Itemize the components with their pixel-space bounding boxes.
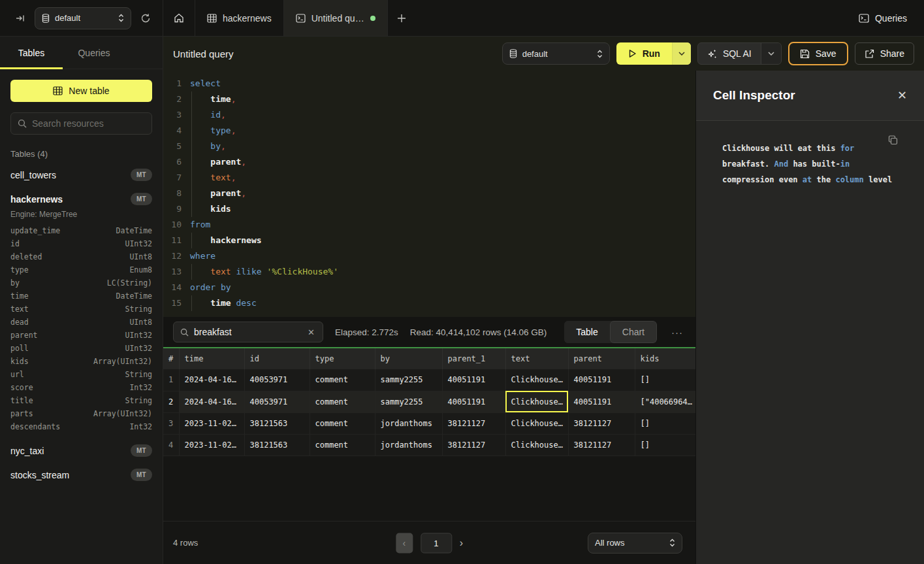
view-tab-chart[interactable]: Chart [610, 321, 657, 343]
row-number-cell[interactable]: 2 [163, 391, 179, 412]
table-cell[interactable]: 40051191 [568, 391, 635, 412]
table-list-item-nyc_taxi[interactable]: nyc_taxiMT [10, 439, 152, 463]
next-page-button[interactable]: › [460, 537, 463, 549]
table-cell[interactable]: comment [310, 369, 375, 391]
table-cell[interactable]: 38121127 [568, 434, 635, 456]
table-cell[interactable]: Clickhouse… [505, 369, 568, 391]
sql-editor[interactable]: 1select2 time,3 id,4 type,5 by,6 parent,… [163, 71, 695, 317]
results-search-input[interactable] [194, 327, 301, 337]
table-cell[interactable]: sammy2255 [375, 369, 442, 391]
table-cell[interactable]: jordanthoms [375, 412, 442, 434]
column-header-num[interactable]: # [163, 348, 179, 369]
column-header-by[interactable]: by [375, 348, 442, 369]
copy-cell-button[interactable] [888, 135, 898, 145]
table-cell[interactable]: ["40066964… [635, 391, 695, 412]
row-number-cell[interactable]: 3 [163, 412, 179, 434]
line-number: 13 [163, 264, 182, 280]
row-number-cell[interactable]: 4 [163, 434, 179, 456]
table-cell[interactable]: Clickhouse… [505, 434, 568, 456]
table-cell[interactable]: 38121127 [442, 434, 505, 456]
sidebar-tab-tables[interactable]: Tables [0, 37, 63, 69]
chevron-updown-icon [597, 50, 603, 58]
table-cell[interactable]: 40053971 [244, 391, 310, 412]
table-cell[interactable]: jordanthoms [375, 434, 442, 456]
table-cell[interactable]: 40051191 [442, 391, 505, 412]
tab-hackernews[interactable]: hackernews [195, 0, 284, 36]
more-options-button[interactable]: ··· [669, 327, 686, 338]
column-header-parent[interactable]: parent [568, 348, 635, 369]
terminal-icon [296, 14, 306, 23]
page-size-selector[interactable]: All rows [588, 533, 682, 554]
column-header-time[interactable]: time [179, 348, 244, 369]
column-header-type[interactable]: type [310, 348, 375, 369]
sidebar-tab-queries[interactable]: Queries [63, 37, 125, 69]
code-line-14: 14order by [163, 280, 695, 295]
table-cell[interactable]: 2023-11-02… [179, 434, 244, 456]
table-cell[interactable]: 2024-04-16… [179, 369, 244, 391]
new-table-button[interactable]: New table [10, 80, 152, 102]
column-type: UInt32 [125, 342, 152, 355]
column-type: Int32 [129, 381, 152, 394]
table-list-item-stocks_stream[interactable]: stocks_streamMT [10, 463, 152, 487]
table-cell[interactable]: comment [310, 412, 375, 434]
sql-ai-options-caret[interactable] [761, 43, 781, 64]
query-database-selector[interactable]: default [502, 42, 610, 65]
table-cell[interactable]: 38121563 [244, 412, 310, 434]
table-cell[interactable]: Clickhouse… [505, 412, 568, 434]
refresh-button[interactable] [138, 10, 153, 26]
table-cell[interactable]: 38121127 [442, 412, 505, 434]
table-row: 32023-11-02…38121563commentjordanthoms38… [163, 412, 695, 434]
table-cell[interactable]: sammy2255 [375, 391, 442, 412]
queries-icon [859, 14, 869, 23]
table-cell[interactable]: 40051191 [568, 369, 635, 391]
sidebar-collapse-button[interactable] [13, 11, 28, 25]
search-resources-input[interactable] [32, 118, 150, 129]
code-text: order by [182, 280, 231, 295]
database-icon [509, 49, 517, 58]
code-text: hackernews [182, 233, 262, 248]
sql-ai-button[interactable]: SQL AI [697, 42, 782, 65]
column-header-id[interactable]: id [244, 348, 310, 369]
new-tab-button[interactable] [388, 0, 415, 36]
table-cell[interactable]: Clickhouse… [505, 391, 568, 412]
row-number-cell[interactable]: 1 [163, 369, 179, 391]
run-button[interactable]: Run [616, 42, 691, 65]
table-cell[interactable]: 40051191 [442, 369, 505, 391]
close-inspector-button[interactable]: ✕ [897, 88, 907, 103]
table-cell[interactable]: [] [635, 369, 695, 391]
share-button[interactable]: Share [855, 42, 914, 65]
code-line-4: 4 type, [163, 123, 695, 139]
table-cell[interactable]: 2024-04-16… [179, 391, 244, 412]
column-type: Int32 [129, 420, 152, 433]
table-cell[interactable]: 2023-11-02… [179, 412, 244, 434]
view-tab-table[interactable]: Table [564, 321, 609, 343]
tab-untitled-query[interactable]: Untitled qu… [284, 0, 388, 36]
table-list-item-cell_towers[interactable]: cell_towersMT [10, 163, 152, 187]
column-header-parent_1[interactable]: parent_1 [442, 348, 505, 369]
table-cell[interactable]: [] [635, 412, 695, 434]
column-header-text[interactable]: text [505, 348, 568, 369]
table-cell[interactable]: 40053971 [244, 369, 310, 391]
table-cell[interactable]: comment [310, 434, 375, 456]
table-list-item-hackernews[interactable]: hackernewsMT [10, 187, 152, 211]
schema-column-row: deadUInt8 [10, 316, 152, 329]
column-name: by [10, 276, 20, 290]
table-cell[interactable]: comment [310, 391, 375, 412]
run-options-caret[interactable] [672, 42, 691, 65]
schema-column-row: typeEnum8 [10, 263, 152, 276]
clear-search-button[interactable]: ✕ [306, 327, 316, 337]
previous-page-button[interactable]: ‹ [396, 533, 413, 553]
column-name: kids [10, 355, 29, 368]
column-header-kids[interactable]: kids [635, 348, 695, 369]
queries-button[interactable]: Queries [859, 13, 907, 24]
code-text: parent, [182, 186, 246, 201]
table-row: 12024-04-16…40053971commentsammy22554005… [163, 369, 695, 391]
sql-console-app: default [0, 0, 924, 564]
tab-home[interactable] [163, 0, 195, 36]
table-cell[interactable]: 38121563 [244, 434, 310, 456]
database-selector[interactable]: default [35, 7, 131, 29]
page-number-input[interactable] [421, 533, 452, 553]
table-cell[interactable]: [] [635, 434, 695, 456]
table-cell[interactable]: 38121127 [568, 412, 635, 434]
save-button[interactable]: Save [788, 42, 848, 65]
